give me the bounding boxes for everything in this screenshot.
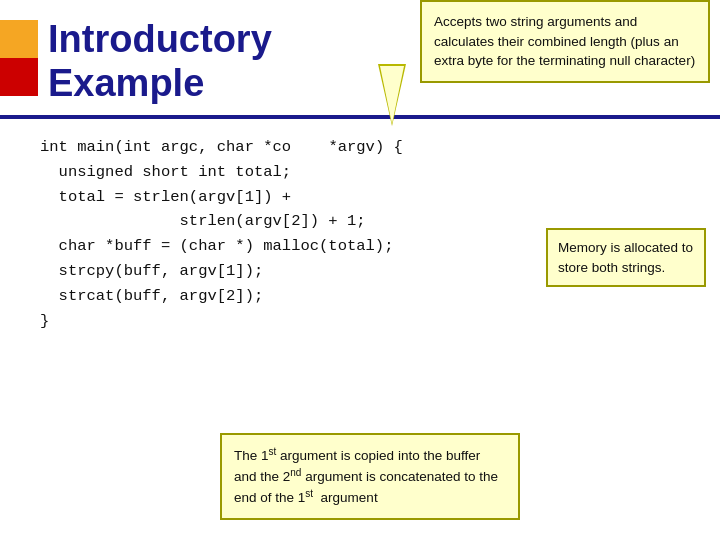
tooltip-bottom-text: The 1st argument is copied into the buff…	[234, 448, 498, 505]
tooltip-memory: Memory is allocated to store both string…	[546, 228, 706, 287]
code-line-1: int main(int argc, char *const *argv) {	[40, 135, 403, 160]
arrow-down-svg	[378, 64, 406, 126]
code-line-7: strcat(buff, argv[2]);	[40, 284, 403, 309]
svg-marker-1	[380, 66, 404, 124]
tooltip-arguments: Accepts two string arguments and calcula…	[420, 0, 710, 83]
divider	[0, 115, 720, 119]
left-decoration	[0, 20, 38, 96]
orange-square	[0, 20, 38, 58]
code-block: int main(int argc, char *const *argv) { …	[40, 135, 403, 333]
code-line-5: char *buff = (char *) malloc(total);	[40, 234, 403, 259]
title-line1-text: Introductory	[48, 18, 272, 60]
code-line-4: strlen(argv[2]) + 1;	[40, 209, 403, 234]
sup-1st: st	[269, 446, 277, 457]
code-line-3: total = strlen(argv[1]) +	[40, 185, 403, 210]
tooltip-bottom: The 1st argument is copied into the buff…	[220, 433, 520, 520]
code-line-8: }	[40, 309, 403, 334]
sup-2nd: nd	[290, 467, 301, 478]
sup-1st-b: st	[305, 488, 313, 499]
title-line2-text: Example	[48, 62, 204, 104]
red-square	[0, 58, 38, 96]
tooltip-memory-text: Memory is allocated to store both string…	[558, 240, 693, 275]
code-line-2: unsigned short int total;	[40, 160, 403, 185]
arrow-decoration	[378, 64, 406, 130]
code-line-6: strcpy(buff, argv[1]);	[40, 259, 403, 284]
tooltip-arguments-text: Accepts two string arguments and calcula…	[434, 14, 695, 68]
